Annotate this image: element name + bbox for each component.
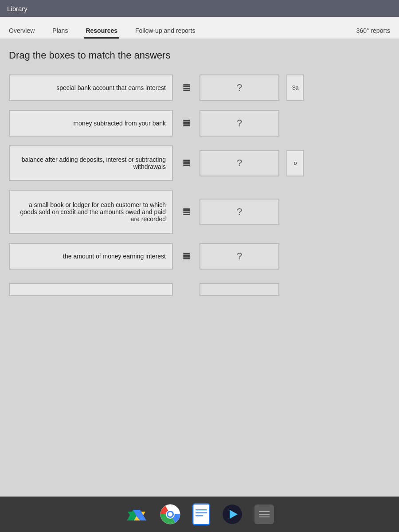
match-left-1[interactable]: special bank account that earns interest xyxy=(9,74,173,101)
top-bar: Library xyxy=(0,0,399,17)
menu-line-3 xyxy=(259,516,270,517)
match-right-5[interactable]: ? xyxy=(200,243,279,270)
answer-placeholder-2: ? xyxy=(237,117,242,129)
equals-5: ≣ xyxy=(180,250,192,262)
equals-1: ≣ xyxy=(180,82,192,94)
taskbar-play-icon[interactable] xyxy=(221,503,244,526)
tab-followup[interactable]: Follow-up and reports xyxy=(133,23,197,39)
menu-line-1 xyxy=(259,511,270,512)
match-right-3[interactable]: ? xyxy=(200,150,279,176)
match-row-1: special bank account that earns interest… xyxy=(9,74,390,101)
answer-placeholder-1: ? xyxy=(237,82,242,94)
match-right-4[interactable]: ? xyxy=(200,199,279,225)
svg-rect-8 xyxy=(196,512,207,513)
svg-point-5 xyxy=(168,512,172,516)
taskbar-drive-icon[interactable] xyxy=(125,503,148,526)
match-right-2[interactable]: ? xyxy=(200,110,279,137)
app-title: Library xyxy=(7,5,27,12)
taskbar xyxy=(0,497,399,532)
match-left-2[interactable]: money subtracted from your bank xyxy=(9,110,173,137)
match-left-3[interactable]: balance after adding deposits, interest … xyxy=(9,145,173,181)
partial-answer-3: o xyxy=(286,150,304,176)
taskbar-settings-icon[interactable] xyxy=(254,505,274,524)
page-title: Drag the boxes to match the answers xyxy=(9,50,390,61)
match-left-4[interactable]: a small book or ledger for each customer… xyxy=(9,190,173,234)
tab-resources[interactable]: Resources xyxy=(84,23,119,39)
bottom-row xyxy=(9,283,390,296)
match-left-5[interactable]: the amount of money earning interest xyxy=(9,243,173,270)
docs-svg xyxy=(193,505,209,524)
bottom-box-left xyxy=(9,283,173,296)
svg-rect-9 xyxy=(196,515,203,516)
menu-line-2 xyxy=(259,514,270,515)
taskbar-chrome-icon[interactable] xyxy=(159,503,182,526)
svg-rect-6 xyxy=(193,505,209,524)
match-row-2: money subtracted from your bank ≣ ? xyxy=(9,110,390,137)
equals-4: ≣ xyxy=(180,206,192,218)
answer-placeholder-5: ? xyxy=(237,250,242,262)
matching-container: special bank account that earns interest… xyxy=(9,74,390,296)
nav-tabs: Overview Plans Resources Follow-up and r… xyxy=(0,17,399,39)
match-row-3: balance after adding deposits, interest … xyxy=(9,145,390,181)
answer-placeholder-3: ? xyxy=(237,157,242,169)
play-svg xyxy=(222,504,243,525)
partial-answer-1: Sa xyxy=(286,74,304,101)
tab-overview[interactable]: Overview xyxy=(7,23,36,39)
drive-svg xyxy=(126,504,147,525)
chrome-svg xyxy=(160,504,181,525)
match-row-4: a small book or ledger for each customer… xyxy=(9,190,390,234)
equals-3: ≣ xyxy=(180,157,192,169)
tab-plans[interactable]: Plans xyxy=(51,23,70,39)
answer-placeholder-4: ? xyxy=(237,206,242,218)
match-right-1[interactable]: ? xyxy=(200,74,279,101)
bottom-box-right xyxy=(200,283,279,296)
match-row-5: the amount of money earning interest ≣ ? xyxy=(9,243,390,270)
main-content: Drag the boxes to match the answers spec… xyxy=(0,39,399,497)
svg-rect-7 xyxy=(196,509,207,510)
equals-2: ≣ xyxy=(180,117,192,129)
tab-360-reports[interactable]: 360° reports xyxy=(355,23,392,39)
taskbar-docs-icon[interactable] xyxy=(192,503,210,525)
